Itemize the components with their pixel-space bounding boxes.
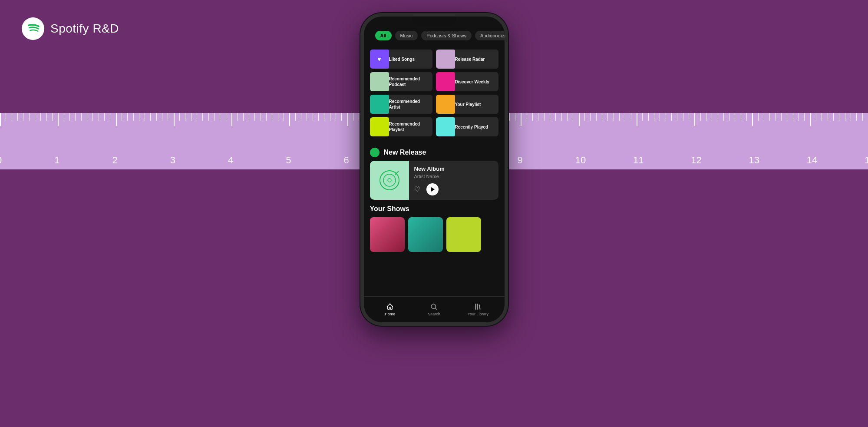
ruler-minor-tick: [787, 113, 787, 121]
volume-down-button: [360, 103, 361, 123]
ruler-minor-tick: [29, 113, 30, 121]
ruler-minor-tick: [584, 113, 585, 121]
svg-point-4: [388, 179, 391, 182]
phone-frame: All Music Podcasts & Shows Audiobooks ♥ …: [360, 13, 508, 326]
ruler-minor-tick: [64, 113, 64, 121]
show-card-3[interactable]: [446, 217, 481, 252]
ruler-major-tick: [58, 113, 59, 126]
release-radar-label: Release Radar: [455, 56, 498, 62]
ruler-minor-tick: [567, 113, 568, 121]
ruler-minor-tick: [799, 113, 799, 121]
play-button[interactable]: [426, 183, 439, 195]
ruler-minor-tick: [272, 113, 272, 121]
ruler-minor-tick: [168, 113, 168, 121]
phone-screen: All Music Podcasts & Shows Audiobooks ♥ …: [364, 17, 505, 322]
ruler-minor-tick: [243, 113, 244, 121]
recently-played-item[interactable]: Recently Played: [436, 117, 498, 136]
ruler-minor-tick: [145, 113, 145, 121]
ruler-minor-tick: [162, 113, 162, 121]
ruler-major-tick: [752, 113, 753, 126]
ruler-minor-tick: [278, 113, 278, 121]
ruler-major-tick: [579, 113, 580, 126]
ruler-minor-tick: [515, 113, 515, 121]
ruler-minor-tick: [614, 113, 614, 121]
ruler-minor-tick: [555, 113, 556, 121]
ruler-number: 5: [286, 155, 291, 166]
new-release-dot: [370, 148, 380, 157]
ruler-minor-tick: [249, 113, 249, 121]
album-title: New Album: [414, 166, 493, 172]
ruler-minor-tick: [804, 113, 805, 121]
ruler-minor-tick: [660, 113, 660, 121]
discover-weekly-item[interactable]: Discover Weekly: [436, 72, 498, 91]
filter-audiobooks[interactable]: Audiobooks: [475, 31, 504, 40]
like-button[interactable]: ♡: [414, 185, 420, 193]
ruler-major-tick: [694, 113, 695, 126]
ruler-minor-tick: [648, 113, 649, 121]
recently-played-label: Recently Played: [455, 124, 498, 130]
discover-weekly-label: Discover Weekly: [455, 79, 498, 85]
liked-songs-color: ♥: [370, 50, 389, 69]
ruler-minor-tick: [110, 113, 110, 121]
ruler-minor-tick: [607, 113, 608, 121]
ruler-number: 13: [749, 155, 759, 166]
release-radar-item[interactable]: Release Radar: [436, 50, 498, 69]
ruler-minor-tick: [191, 113, 191, 121]
shows-row: [370, 217, 498, 252]
ruler-minor-tick: [237, 113, 238, 121]
recommended-playlist-item[interactable]: Recommended Playlist: [370, 117, 432, 136]
brand-title: Spotify R&D: [50, 22, 119, 36]
your-playlist-item[interactable]: Your Playlist: [436, 95, 498, 114]
album-art: [370, 161, 409, 200]
ruler-minor-tick: [671, 113, 672, 121]
ruler-minor-tick: [318, 113, 319, 121]
ruler-minor-tick: [69, 113, 70, 121]
ruler-major-tick: [116, 113, 117, 126]
svg-line-8: [436, 308, 437, 309]
nav-search[interactable]: Search: [412, 303, 456, 316]
recommended-artist-item[interactable]: Recommended Artist: [370, 95, 432, 114]
ruler-minor-tick: [330, 113, 330, 121]
your-playlist-label: Your Playlist: [455, 102, 498, 107]
ruler-minor-tick: [839, 113, 839, 121]
ruler-minor-tick: [197, 113, 197, 121]
svg-rect-11: [479, 305, 480, 309]
nav-home[interactable]: Home: [368, 303, 412, 316]
ruler-minor-tick: [596, 113, 597, 121]
recommended-podcast-item[interactable]: Recommended Podcast: [370, 72, 432, 91]
ruler-minor-tick: [336, 113, 336, 121]
nav-library[interactable]: Your Library: [456, 303, 500, 316]
filter-music[interactable]: Music: [395, 31, 418, 40]
ruler-number: 6: [344, 155, 349, 166]
ruler-minor-tick: [133, 113, 134, 121]
play-icon: [430, 187, 435, 192]
ruler-number: 11: [633, 155, 644, 166]
show-card-2[interactable]: [408, 217, 443, 252]
ruler-number: 15: [865, 155, 868, 166]
ruler-minor-tick: [706, 113, 706, 121]
ruler-minor-tick: [590, 113, 591, 121]
ruler-minor-tick: [561, 113, 562, 121]
ruler-minor-tick: [538, 113, 538, 121]
album-actions: ♡: [414, 183, 493, 195]
ruler-minor-tick: [104, 113, 105, 121]
ruler-minor-tick: [23, 113, 23, 121]
volume-up-button: [360, 79, 361, 99]
filter-all[interactable]: All: [375, 31, 392, 40]
new-release-header: New Release: [364, 143, 505, 161]
ruler-minor-tick: [40, 113, 41, 121]
phone-notch: [413, 17, 456, 26]
show-card-1[interactable]: [370, 217, 405, 252]
ruler-minor-tick: [723, 113, 724, 121]
filter-podcasts[interactable]: Podcasts & Shows: [421, 31, 472, 40]
ruler-minor-tick: [266, 113, 267, 121]
liked-songs-item[interactable]: ♥ Liked Songs: [370, 50, 432, 69]
ruler-minor-tick: [544, 113, 545, 121]
new-release-card[interactable]: New Album Artist Name ♡: [370, 161, 498, 200]
ruler-minor-tick: [602, 113, 602, 121]
nav-home-label: Home: [385, 312, 395, 316]
liked-songs-label: Liked Songs: [389, 56, 432, 62]
ruler-minor-tick: [764, 113, 764, 121]
phone-container: All Music Podcasts & Shows Audiobooks ♥ …: [360, 13, 508, 326]
recommended-artist-color: [370, 95, 389, 114]
